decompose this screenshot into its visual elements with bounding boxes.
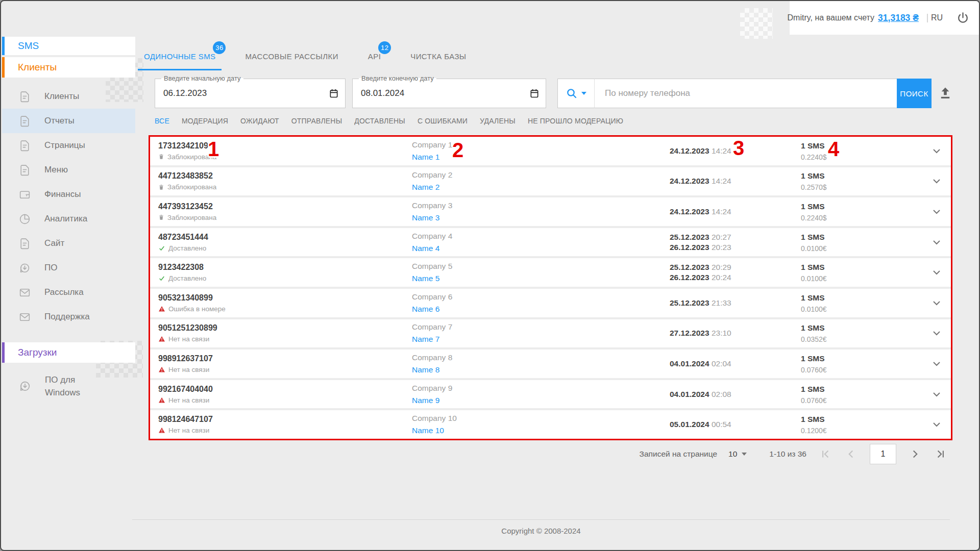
date-to-value[interactable]: 08.01.2024 — [361, 88, 404, 98]
document-icon — [18, 237, 31, 250]
sidebar-section-sms[interactable]: SMS — [2, 37, 135, 55]
tab-base-cleaning[interactable]: ЧИСТКА БАЗЫ — [404, 46, 472, 70]
row-name-link[interactable]: Name 3 — [412, 213, 439, 222]
status-filter-1[interactable]: МОДЕРАЦИЯ — [182, 117, 228, 125]
row-company: Company 8 — [412, 353, 452, 362]
row-phone: 9123422308 — [158, 263, 206, 272]
sidebar-section-clients[interactable]: Клиенты — [2, 57, 135, 78]
search-icon — [566, 87, 578, 99]
row-name-link[interactable]: Name 10 — [412, 426, 444, 435]
row-phone: 9051251230899 — [158, 323, 217, 333]
per-page-select[interactable]: 10 — [728, 449, 747, 459]
chevron-down-icon[interactable] — [930, 327, 943, 339]
row-time: 20:27 — [712, 233, 731, 241]
status-filter-2[interactable]: ОЖИДАЮТ — [240, 117, 279, 125]
tab-mass-mailings[interactable]: МАССОВЫЕ РАССЫЛКИ — [239, 46, 344, 70]
date-to-field[interactable]: Введите конечную дату 08.01.2024 — [352, 79, 546, 108]
status-filter-5[interactable]: С ОШИБКАМИ — [418, 117, 468, 125]
sidebar-item-4[interactable]: Финансы — [2, 182, 135, 207]
date-from-field[interactable]: Введите начальную дату 06.12.2023 — [155, 79, 346, 108]
calendar-icon[interactable] — [529, 88, 540, 98]
sidebar-item-po-windows[interactable]: ПО для Windows — [2, 373, 135, 399]
upload-icon[interactable] — [937, 84, 954, 102]
chevron-down-icon[interactable] — [930, 145, 943, 157]
user-greeting: Dmitry, на вашем счету — [788, 13, 875, 22]
next-page-icon[interactable] — [909, 447, 922, 461]
tab-label: ОДИНОЧНЫЕ SMS — [144, 52, 215, 61]
warning-icon — [158, 336, 165, 342]
warning-icon — [158, 366, 165, 373]
sidebar-item-label: Аналитика — [44, 214, 87, 224]
chevron-down-icon[interactable] — [930, 266, 943, 279]
row-date: 04.01.2024 — [670, 359, 709, 368]
row-name-link[interactable]: Name 2 — [412, 183, 439, 191]
per-page-value: 10 — [728, 449, 737, 459]
sidebar-section-downloads[interactable]: Загрузки — [2, 342, 135, 363]
sidebar-item-9[interactable]: Поддержка — [2, 305, 135, 329]
annotation-4: 4 — [828, 138, 839, 161]
warning-icon — [158, 427, 165, 434]
row-phone: 48723451444 — [158, 233, 208, 242]
tab-single-sms[interactable]: ОДИНОЧНЫЕ SMS 36 — [138, 46, 222, 70]
row-name-link[interactable]: Name 1 — [412, 153, 439, 161]
sidebar-item-label: ПО для Windows — [45, 373, 101, 399]
row-status: Заблокирована — [167, 214, 216, 221]
row-name-link[interactable]: Name 6 — [412, 305, 439, 313]
table-row: 998912637107Нет на связиCompany 8Name 80… — [150, 349, 951, 378]
row-price: 0.0760€ — [801, 396, 827, 404]
sidebar-item-3[interactable]: Меню — [2, 158, 135, 182]
chevron-down-icon[interactable] — [930, 418, 943, 431]
status-filter-7[interactable]: НЕ ПРОШЛО МОДЕРАЦИЮ — [528, 117, 623, 125]
sidebar-item-6[interactable]: Сайт — [2, 231, 135, 256]
search-input[interactable] — [604, 88, 888, 99]
per-page-label: Записей на странице — [640, 449, 718, 459]
row-name-link[interactable]: Name 8 — [412, 365, 439, 374]
sidebar-item-label: Сайт — [44, 238, 64, 248]
chevron-down-icon[interactable] — [930, 206, 943, 218]
current-page-input[interactable]: 1 — [870, 444, 896, 464]
row-time: 20:24 — [712, 273, 731, 282]
row-company: Company 2 — [412, 170, 452, 180]
search-button[interactable]: ПОИСК — [897, 79, 932, 108]
status-filter-4[interactable]: ДОСТАВЛЕНЫ — [354, 117, 405, 125]
sidebar-item-1[interactable]: Отчеты — [2, 109, 135, 133]
calendar-icon[interactable] — [329, 88, 339, 98]
chevron-down-icon[interactable] — [930, 236, 943, 248]
chevron-down-icon[interactable] — [930, 297, 943, 309]
row-name-link[interactable]: Name 5 — [412, 274, 439, 283]
row-price: 0.0100€ — [801, 244, 827, 252]
sidebar-item-7[interactable]: ПО — [2, 256, 135, 280]
sidebar-item-5[interactable]: Аналитика — [2, 207, 135, 231]
row-date: 04.01.2024 — [670, 390, 709, 398]
row-sms-count: 1 SMS — [801, 415, 827, 424]
row-price: 0.0100€ — [801, 274, 827, 283]
row-status: Нет на связи — [168, 427, 209, 434]
sidebar-item-0[interactable]: Клиенты — [2, 84, 135, 109]
russia-flag-icon — [927, 14, 928, 22]
prev-page-icon[interactable] — [844, 447, 857, 461]
first-page-icon[interactable] — [819, 447, 832, 461]
chevron-down-icon[interactable] — [930, 175, 943, 187]
row-name-link[interactable]: Name 4 — [412, 244, 439, 253]
tab-api[interactable]: API 12 — [362, 46, 387, 70]
sidebar-item-label: Страницы — [44, 140, 85, 151]
status-filter-3[interactable]: ОТПРАВЛЕНЫ — [291, 117, 342, 125]
last-page-icon[interactable] — [934, 447, 947, 461]
chevron-down-icon[interactable] — [930, 358, 943, 370]
status-filter-0[interactable]: ВСЕ — [155, 117, 169, 125]
logout-power-icon[interactable] — [956, 11, 970, 25]
sidebar-item-8[interactable]: Рассылка — [2, 280, 135, 305]
balance-link[interactable]: 31,3183 ₴ — [878, 13, 919, 23]
chevron-down-icon[interactable] — [930, 388, 943, 400]
row-name-link[interactable]: Name 7 — [412, 335, 439, 343]
language-label[interactable]: RU — [931, 13, 943, 22]
row-name-link[interactable]: Name 9 — [412, 396, 439, 405]
date-from-value[interactable]: 06.12.2023 — [163, 88, 207, 98]
status-filter-bar: ВСЕМОДЕРАЦИЯОЖИДАЮТОТПРАВЛЕНЫДОСТАВЛЕНЫС… — [155, 117, 623, 125]
tab-label: ЧИСТКА БАЗЫ — [410, 52, 466, 61]
table-row: 447123483852ЗаблокированаCompany 2Name 2… — [150, 167, 951, 196]
decor-checker-header — [740, 8, 773, 39]
status-filter-6[interactable]: УДАЛЕНЫ — [480, 117, 516, 125]
search-type-dropdown[interactable] — [557, 79, 595, 108]
sidebar-item-2[interactable]: Страницы — [2, 133, 135, 158]
